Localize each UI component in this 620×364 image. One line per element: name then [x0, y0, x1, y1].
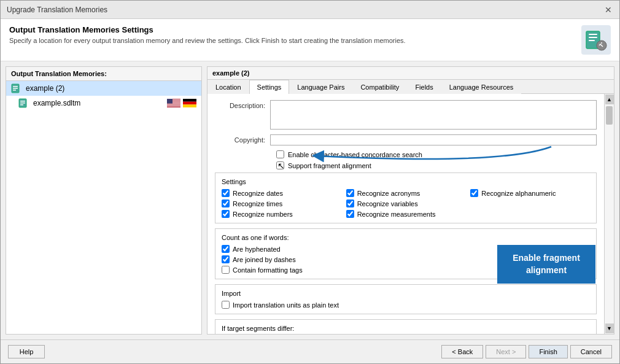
- tab-settings[interactable]: Settings: [249, 80, 290, 94]
- recognize-measurements-item: Recognize measurements: [346, 210, 466, 218]
- svg-rect-9: [13, 90, 16, 91]
- left-panel-header: Output Translation Memories:: [6, 67, 201, 81]
- bottom-bar: Help < Back Next > Finish Cancel: [1, 339, 619, 363]
- description-input[interactable]: [270, 100, 597, 130]
- window-title: Upgrade Translation Memories: [7, 6, 107, 14]
- scroll-down-btn[interactable]: ▼: [605, 323, 614, 333]
- recognize-acronyms-label: Recognize acronyms: [357, 190, 420, 197]
- svg-point-5: [601, 42, 602, 44]
- recognize-times-checkbox[interactable]: [222, 199, 230, 207]
- tm-file-icon-2: [18, 98, 29, 108]
- recognize-numbers-checkbox[interactable]: [222, 210, 230, 218]
- svg-rect-24: [183, 104, 196, 107]
- tab-content-wrapper: Description: Copyright: Enable character…: [207, 94, 614, 334]
- formatting-tags-label: Contain formatting tags: [233, 266, 303, 274]
- svg-rect-3: [589, 40, 595, 41]
- sdltm-label: example.sdltm: [33, 99, 80, 107]
- header-text-block: Output Translation Memories Settings Spe…: [9, 25, 406, 44]
- scroll-thumb[interactable]: [606, 106, 613, 125]
- tab-fields[interactable]: Fields: [407, 80, 441, 94]
- cursor-icon: ↖: [277, 161, 285, 171]
- svg-rect-12: [20, 103, 25, 104]
- scrollbar[interactable]: ▲ ▼: [604, 94, 614, 334]
- main-window: Upgrade Translation Memories ✕ Output Tr…: [0, 0, 620, 364]
- checkbox-fragment-row: Support fragment alignment ↖: [215, 161, 597, 169]
- svg-rect-8: [13, 88, 18, 89]
- de-flag-icon: [183, 99, 196, 107]
- tm-icon: [11, 83, 22, 93]
- recognize-measurements-checkbox[interactable]: [346, 210, 354, 218]
- svg-rect-20: [167, 106, 180, 106]
- plain-text-checkbox[interactable]: [222, 301, 230, 309]
- target-section-title: If target segments differ:: [222, 325, 590, 332]
- content-area: Output Translation Memories: example (2): [1, 61, 619, 339]
- recognize-variables-checkbox[interactable]: [346, 199, 354, 207]
- dashes-checkbox[interactable]: [222, 255, 230, 263]
- copyright-row: Copyright:: [215, 134, 597, 145]
- recognize-dates-label: Recognize dates: [233, 190, 283, 197]
- tab-language-resources[interactable]: Language Resources: [441, 80, 522, 94]
- hyphenated-checkbox[interactable]: [222, 245, 230, 253]
- left-panel: Output Translation Memories: example (2): [6, 66, 202, 335]
- recognize-numbers-item: Recognize numbers: [222, 210, 341, 218]
- help-button[interactable]: Help: [8, 345, 45, 358]
- settings-section: Settings Recognize dates Recognize acron…: [215, 172, 597, 223]
- cancel-button[interactable]: Cancel: [570, 345, 612, 358]
- empty-grid-cell: [470, 199, 590, 207]
- tab-language-pairs[interactable]: Language Pairs: [289, 80, 352, 94]
- recognize-times-label: Recognize times: [233, 200, 282, 207]
- svg-rect-21: [167, 99, 172, 104]
- right-panel: example (2) Location Settings Language P…: [207, 66, 614, 335]
- description-label: Description:: [215, 100, 270, 109]
- tab-location[interactable]: Location: [207, 80, 249, 94]
- header-title: Output Translation Memories Settings: [9, 25, 406, 34]
- recognize-acronyms-checkbox[interactable]: [346, 189, 354, 197]
- settings-section-title: Settings: [222, 178, 590, 185]
- dashes-label: Are joined by dashes: [233, 256, 296, 263]
- copyright-label: Copyright:: [215, 134, 270, 144]
- svg-rect-1: [589, 34, 597, 35]
- plain-text-item: Import translation units as plain text: [222, 301, 590, 309]
- tabs-container: Location Settings Language Pairs Compati…: [207, 80, 614, 94]
- checkbox-concordance-row: Enable character-based concordance searc…: [215, 150, 597, 158]
- description-row: Description:: [215, 100, 597, 130]
- recognize-times-item: Recognize times: [222, 199, 341, 207]
- svg-rect-23: [183, 102, 196, 105]
- callout-box: Enable fragmentalignment: [497, 245, 595, 284]
- concordance-label: Enable character-based concordance searc…: [288, 151, 422, 158]
- main-header: Output Translation Memories Settings Spe…: [1, 19, 619, 61]
- import-section-title: Import: [222, 290, 590, 297]
- finish-button[interactable]: Finish: [529, 345, 567, 358]
- nav-buttons: < Back Next > Finish Cancel: [441, 345, 612, 358]
- recognize-alphanumeric-item: Recognize alphanumeric: [470, 189, 590, 197]
- count-section-title: Count as one if words:: [222, 234, 590, 241]
- tm-item-sdltm[interactable]: example.sdltm: [6, 96, 201, 110]
- copyright-input[interactable]: [270, 134, 597, 145]
- svg-rect-2: [589, 37, 597, 38]
- settings-tab-content: Description: Copyright: Enable character…: [207, 94, 604, 334]
- concordance-checkbox[interactable]: [276, 150, 284, 158]
- back-button[interactable]: < Back: [441, 345, 483, 358]
- next-button[interactable]: Next >: [486, 345, 526, 358]
- svg-rect-13: [20, 104, 23, 106]
- recognize-dates-checkbox[interactable]: [222, 189, 230, 197]
- target-section: If target segments differ:: [215, 319, 597, 334]
- hyphenated-label: Are hyphenated: [233, 246, 281, 253]
- scroll-up-btn[interactable]: ▲: [605, 95, 614, 104]
- recognize-acronyms-item: Recognize acronyms: [346, 189, 466, 197]
- recognize-measurements-label: Recognize measurements: [357, 211, 436, 218]
- formatting-tags-checkbox[interactable]: [222, 266, 230, 274]
- tm-item-example2[interactable]: example (2): [6, 81, 201, 96]
- header-icon: [581, 25, 611, 55]
- recognize-alphanumeric-label: Recognize alphanumeric: [481, 190, 556, 197]
- recognize-numbers-label: Recognize numbers: [233, 211, 293, 218]
- recognize-alphanumeric-checkbox[interactable]: [470, 189, 478, 197]
- tm-header-icon: [585, 29, 607, 51]
- tab-compatibility[interactable]: Compatibility: [352, 80, 407, 94]
- close-button[interactable]: ✕: [603, 5, 613, 15]
- recognize-variables-item: Recognize variables: [346, 199, 466, 207]
- tm-icon-2: [18, 98, 29, 108]
- svg-rect-22: [183, 99, 196, 102]
- right-panel-title: example (2): [207, 67, 614, 80]
- title-bar: Upgrade Translation Memories ✕: [1, 1, 619, 19]
